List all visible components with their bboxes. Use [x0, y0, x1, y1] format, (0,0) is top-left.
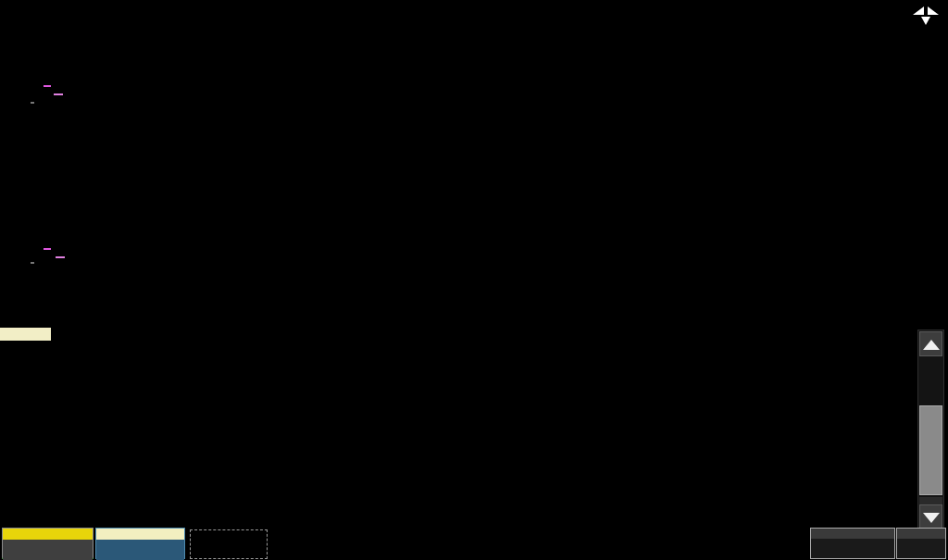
- z1-tdiv: [3, 550, 93, 560]
- scroll-up-button[interactable]: [919, 331, 942, 356]
- teledyne-lecroy-logo: [912, 6, 943, 26]
- timebase-tdiv: [811, 539, 894, 548]
- usbpd-bus-value-zoom[interactable]: [56, 256, 65, 258]
- usbpd-bus-label-zoom[interactable]: [44, 248, 51, 250]
- z1-descriptor-box[interactable]: [2, 528, 94, 559]
- usbpd-bus-value-top[interactable]: [54, 93, 63, 95]
- zoom-packet-title: [44, 180, 942, 191]
- m1-tdiv: [96, 550, 184, 560]
- oscilloscope-screen: [0, 0, 948, 560]
- trigger-box[interactable]: [896, 528, 946, 559]
- z1-vdiv: [3, 540, 93, 550]
- teledyne-logo-mark: [912, 6, 940, 26]
- decoder-tab-usbpd[interactable]: [0, 328, 51, 341]
- m1-descriptor-header: [96, 529, 184, 540]
- add-trace-button[interactable]: [190, 529, 268, 559]
- table-scrollbar[interactable]: [917, 330, 944, 530]
- scroll-down-button[interactable]: [919, 504, 942, 529]
- scroll-down-icon: [923, 513, 940, 523]
- m1-descriptor-box[interactable]: [95, 528, 185, 559]
- z1-channel-badge: [31, 262, 34, 264]
- usbpd-bus-label-top[interactable]: [44, 85, 51, 87]
- scroll-up-icon: [923, 340, 940, 350]
- waveform-canvas: [0, 0, 948, 326]
- m1-vdiv: [96, 540, 184, 550]
- m1-channel-badge: [31, 102, 34, 104]
- scroll-thumb[interactable]: [919, 405, 942, 495]
- timebase-box[interactable]: [810, 528, 895, 559]
- z1-descriptor-header: [3, 529, 93, 540]
